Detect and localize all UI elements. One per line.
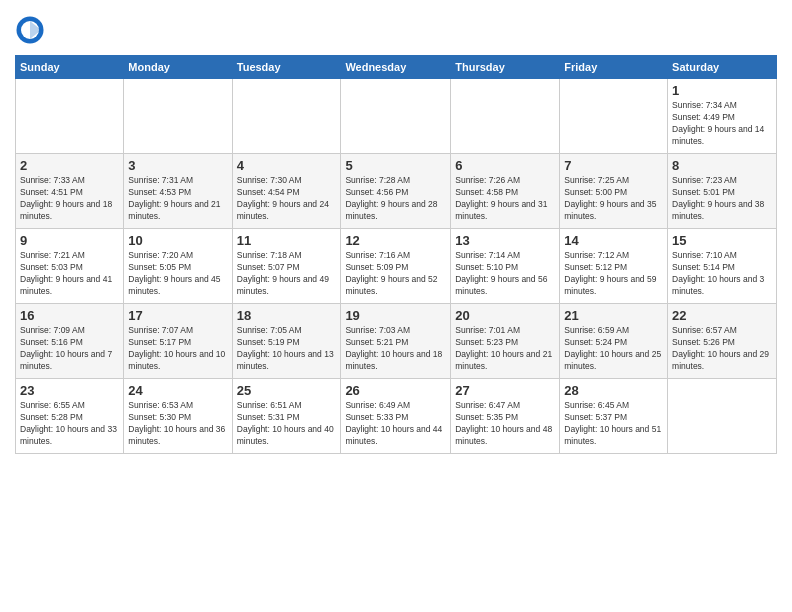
day-number: 1 — [672, 83, 772, 98]
calendar-week-row: 1Sunrise: 7:34 AM Sunset: 4:49 PM Daylig… — [16, 79, 777, 154]
day-info: Sunrise: 6:51 AM Sunset: 5:31 PM Dayligh… — [237, 400, 337, 448]
calendar-header-thursday: Thursday — [451, 56, 560, 79]
calendar-cell — [232, 79, 341, 154]
calendar-cell: 24Sunrise: 6:53 AM Sunset: 5:30 PM Dayli… — [124, 379, 232, 454]
day-number: 13 — [455, 233, 555, 248]
day-number: 27 — [455, 383, 555, 398]
day-info: Sunrise: 7:25 AM Sunset: 5:00 PM Dayligh… — [564, 175, 663, 223]
day-number: 14 — [564, 233, 663, 248]
day-number: 21 — [564, 308, 663, 323]
day-number: 24 — [128, 383, 227, 398]
day-info: Sunrise: 7:16 AM Sunset: 5:09 PM Dayligh… — [345, 250, 446, 298]
day-number: 15 — [672, 233, 772, 248]
calendar-week-row: 2Sunrise: 7:33 AM Sunset: 4:51 PM Daylig… — [16, 154, 777, 229]
calendar-header-row: SundayMondayTuesdayWednesdayThursdayFrid… — [16, 56, 777, 79]
day-number: 28 — [564, 383, 663, 398]
day-number: 11 — [237, 233, 337, 248]
calendar-cell: 14Sunrise: 7:12 AM Sunset: 5:12 PM Dayli… — [560, 229, 668, 304]
day-info: Sunrise: 7:31 AM Sunset: 4:53 PM Dayligh… — [128, 175, 227, 223]
day-number: 16 — [20, 308, 119, 323]
day-info: Sunrise: 7:34 AM Sunset: 4:49 PM Dayligh… — [672, 100, 772, 148]
day-info: Sunrise: 7:03 AM Sunset: 5:21 PM Dayligh… — [345, 325, 446, 373]
day-number: 17 — [128, 308, 227, 323]
calendar-cell — [124, 79, 232, 154]
day-info: Sunrise: 7:07 AM Sunset: 5:17 PM Dayligh… — [128, 325, 227, 373]
calendar-cell: 15Sunrise: 7:10 AM Sunset: 5:14 PM Dayli… — [668, 229, 777, 304]
calendar-cell: 17Sunrise: 7:07 AM Sunset: 5:17 PM Dayli… — [124, 304, 232, 379]
calendar-header-tuesday: Tuesday — [232, 56, 341, 79]
day-number: 19 — [345, 308, 446, 323]
calendar-cell — [451, 79, 560, 154]
calendar-cell: 20Sunrise: 7:01 AM Sunset: 5:23 PM Dayli… — [451, 304, 560, 379]
day-number: 18 — [237, 308, 337, 323]
calendar-cell: 22Sunrise: 6:57 AM Sunset: 5:26 PM Dayli… — [668, 304, 777, 379]
calendar-cell: 13Sunrise: 7:14 AM Sunset: 5:10 PM Dayli… — [451, 229, 560, 304]
calendar-cell — [668, 379, 777, 454]
day-number: 26 — [345, 383, 446, 398]
day-info: Sunrise: 7:33 AM Sunset: 4:51 PM Dayligh… — [20, 175, 119, 223]
calendar-cell — [560, 79, 668, 154]
day-number: 6 — [455, 158, 555, 173]
page: SundayMondayTuesdayWednesdayThursdayFrid… — [0, 0, 792, 612]
day-number: 10 — [128, 233, 227, 248]
calendar-cell: 9Sunrise: 7:21 AM Sunset: 5:03 PM Daylig… — [16, 229, 124, 304]
calendar-week-row: 16Sunrise: 7:09 AM Sunset: 5:16 PM Dayli… — [16, 304, 777, 379]
day-info: Sunrise: 7:30 AM Sunset: 4:54 PM Dayligh… — [237, 175, 337, 223]
header — [15, 15, 777, 45]
calendar-cell: 5Sunrise: 7:28 AM Sunset: 4:56 PM Daylig… — [341, 154, 451, 229]
calendar-cell: 16Sunrise: 7:09 AM Sunset: 5:16 PM Dayli… — [16, 304, 124, 379]
day-info: Sunrise: 6:57 AM Sunset: 5:26 PM Dayligh… — [672, 325, 772, 373]
calendar-cell: 2Sunrise: 7:33 AM Sunset: 4:51 PM Daylig… — [16, 154, 124, 229]
calendar-cell: 1Sunrise: 7:34 AM Sunset: 4:49 PM Daylig… — [668, 79, 777, 154]
day-info: Sunrise: 7:09 AM Sunset: 5:16 PM Dayligh… — [20, 325, 119, 373]
calendar-cell: 18Sunrise: 7:05 AM Sunset: 5:19 PM Dayli… — [232, 304, 341, 379]
calendar-cell: 28Sunrise: 6:45 AM Sunset: 5:37 PM Dayli… — [560, 379, 668, 454]
logo — [15, 15, 49, 45]
day-number: 7 — [564, 158, 663, 173]
calendar-table: SundayMondayTuesdayWednesdayThursdayFrid… — [15, 55, 777, 454]
calendar-header-monday: Monday — [124, 56, 232, 79]
day-info: Sunrise: 7:28 AM Sunset: 4:56 PM Dayligh… — [345, 175, 446, 223]
calendar-cell: 10Sunrise: 7:20 AM Sunset: 5:05 PM Dayli… — [124, 229, 232, 304]
calendar-header-wednesday: Wednesday — [341, 56, 451, 79]
calendar-header-saturday: Saturday — [668, 56, 777, 79]
calendar-cell: 26Sunrise: 6:49 AM Sunset: 5:33 PM Dayli… — [341, 379, 451, 454]
day-info: Sunrise: 7:01 AM Sunset: 5:23 PM Dayligh… — [455, 325, 555, 373]
day-number: 12 — [345, 233, 446, 248]
day-number: 4 — [237, 158, 337, 173]
day-number: 9 — [20, 233, 119, 248]
calendar-cell: 27Sunrise: 6:47 AM Sunset: 5:35 PM Dayli… — [451, 379, 560, 454]
day-info: Sunrise: 7:05 AM Sunset: 5:19 PM Dayligh… — [237, 325, 337, 373]
calendar-cell — [16, 79, 124, 154]
calendar-week-row: 23Sunrise: 6:55 AM Sunset: 5:28 PM Dayli… — [16, 379, 777, 454]
day-number: 2 — [20, 158, 119, 173]
day-info: Sunrise: 6:49 AM Sunset: 5:33 PM Dayligh… — [345, 400, 446, 448]
calendar-cell: 11Sunrise: 7:18 AM Sunset: 5:07 PM Dayli… — [232, 229, 341, 304]
calendar-cell: 25Sunrise: 6:51 AM Sunset: 5:31 PM Dayli… — [232, 379, 341, 454]
day-info: Sunrise: 6:53 AM Sunset: 5:30 PM Dayligh… — [128, 400, 227, 448]
day-info: Sunrise: 6:45 AM Sunset: 5:37 PM Dayligh… — [564, 400, 663, 448]
calendar-cell: 6Sunrise: 7:26 AM Sunset: 4:58 PM Daylig… — [451, 154, 560, 229]
calendar-header-friday: Friday — [560, 56, 668, 79]
calendar-cell: 3Sunrise: 7:31 AM Sunset: 4:53 PM Daylig… — [124, 154, 232, 229]
day-number: 20 — [455, 308, 555, 323]
logo-icon — [15, 15, 45, 45]
calendar-cell: 19Sunrise: 7:03 AM Sunset: 5:21 PM Dayli… — [341, 304, 451, 379]
calendar-cell: 8Sunrise: 7:23 AM Sunset: 5:01 PM Daylig… — [668, 154, 777, 229]
day-info: Sunrise: 7:12 AM Sunset: 5:12 PM Dayligh… — [564, 250, 663, 298]
calendar-cell: 21Sunrise: 6:59 AM Sunset: 5:24 PM Dayli… — [560, 304, 668, 379]
day-info: Sunrise: 7:18 AM Sunset: 5:07 PM Dayligh… — [237, 250, 337, 298]
day-info: Sunrise: 7:10 AM Sunset: 5:14 PM Dayligh… — [672, 250, 772, 298]
day-number: 3 — [128, 158, 227, 173]
calendar-cell: 12Sunrise: 7:16 AM Sunset: 5:09 PM Dayli… — [341, 229, 451, 304]
day-number: 8 — [672, 158, 772, 173]
calendar-header-sunday: Sunday — [16, 56, 124, 79]
calendar-cell: 4Sunrise: 7:30 AM Sunset: 4:54 PM Daylig… — [232, 154, 341, 229]
day-info: Sunrise: 7:20 AM Sunset: 5:05 PM Dayligh… — [128, 250, 227, 298]
day-info: Sunrise: 7:26 AM Sunset: 4:58 PM Dayligh… — [455, 175, 555, 223]
day-number: 25 — [237, 383, 337, 398]
day-info: Sunrise: 6:59 AM Sunset: 5:24 PM Dayligh… — [564, 325, 663, 373]
calendar-cell — [341, 79, 451, 154]
calendar-cell: 7Sunrise: 7:25 AM Sunset: 5:00 PM Daylig… — [560, 154, 668, 229]
day-number: 22 — [672, 308, 772, 323]
